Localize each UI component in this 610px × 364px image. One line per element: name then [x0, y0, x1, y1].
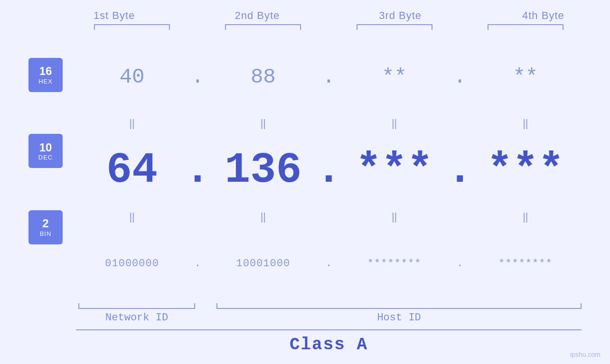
hex-b3: ** [382, 65, 407, 89]
top-brackets [28, 24, 582, 30]
byte-header-3: 3rd Byte [338, 9, 462, 22]
class-a-label: Class A [290, 335, 368, 355]
main-container: 1st Byte 2nd Byte 3rd Byte 4th Byte 16 [0, 0, 610, 364]
bottom-section: Network ID Host ID Class A [76, 303, 582, 355]
id-labels-row: Network ID Host ID [76, 312, 582, 324]
hex-dot-3: . [454, 65, 466, 89]
watermark: ipshu.com [570, 351, 601, 358]
hex-base: HEX [38, 78, 53, 85]
dec-badge: 10 DEC [28, 134, 63, 168]
eq2-b3: || [338, 211, 450, 223]
dec-num: 10 [39, 141, 52, 154]
class-label-container: Class A [76, 335, 582, 355]
dec-row: 64 . 136 . *** . *** [76, 131, 582, 210]
bracket-3 [357, 24, 432, 30]
bracket-4 [488, 24, 563, 30]
labels-column: 16 HEX 10 DEC 2 BIN [28, 37, 76, 303]
dec-b2: 136 [225, 146, 301, 195]
byte-headers-row: 1st Byte 2nd Byte 3rd Byte 4th Byte [52, 9, 605, 22]
bin-badge: 2 BIN [28, 210, 63, 244]
eq2-b4: || [469, 211, 582, 223]
dec-b3: *** [356, 146, 433, 195]
equals-row-2: || || || || [76, 210, 582, 224]
hex-b1: 40 [120, 65, 145, 89]
eq2-b2: || [207, 211, 319, 223]
network-id-label: Network ID [76, 312, 197, 324]
bin-row: 01000000 . 10001000 . ******** . *******… [76, 224, 582, 303]
hex-badge: 16 HEX [28, 58, 63, 92]
dec-b4: *** [487, 146, 564, 195]
dec-dot-2: . [316, 146, 342, 195]
hex-b4: ** [513, 65, 538, 89]
hex-num: 16 [39, 65, 52, 77]
dec-dot-3: . [447, 146, 473, 195]
bin-num: 2 [42, 217, 48, 230]
byte-header-2: 2nd Byte [195, 9, 319, 22]
bin-dot-3: . [457, 258, 463, 270]
bin-dot-1: . [195, 258, 201, 270]
bin-b3: ******** [367, 258, 422, 270]
equals-row-1: || || || || [76, 116, 582, 131]
dec-dot-1: . [185, 146, 210, 195]
network-bracket [78, 303, 195, 309]
eq1-b1: || [76, 117, 188, 130]
bin-base: BIN [40, 230, 52, 237]
data-grid: 40 . 88 . ** . ** || || || || 64 [76, 37, 582, 303]
bin-b2: 10001000 [236, 258, 291, 270]
dec-b1: 64 [106, 146, 158, 195]
eq2-b1: || [76, 211, 188, 223]
hex-dot-2: . [322, 65, 335, 89]
dec-base: DEC [38, 154, 53, 161]
byte-header-1: 1st Byte [52, 9, 176, 22]
bin-dot-2: . [326, 258, 332, 270]
bin-b1: 01000000 [105, 258, 159, 270]
hex-row: 40 . 88 . ** . ** [76, 37, 582, 116]
host-bracket [216, 303, 582, 309]
bracket-1 [94, 24, 170, 30]
hex-b2: 88 [251, 65, 276, 89]
hex-dot-1: . [191, 65, 204, 89]
class-divider-line [76, 329, 582, 330]
eq1-b3: || [338, 117, 450, 130]
host-id-label: Host ID [216, 312, 582, 324]
eq1-b2: || [207, 117, 319, 130]
eq1-b4: || [469, 117, 582, 130]
content-area: 16 HEX 10 DEC 2 BIN 40 . 88 . ** . ** [28, 37, 582, 303]
bracket-2 [225, 24, 301, 30]
bin-b4: ******** [498, 258, 553, 270]
bottom-brackets-row [76, 303, 582, 309]
byte-header-4: 4th Byte [481, 9, 605, 22]
